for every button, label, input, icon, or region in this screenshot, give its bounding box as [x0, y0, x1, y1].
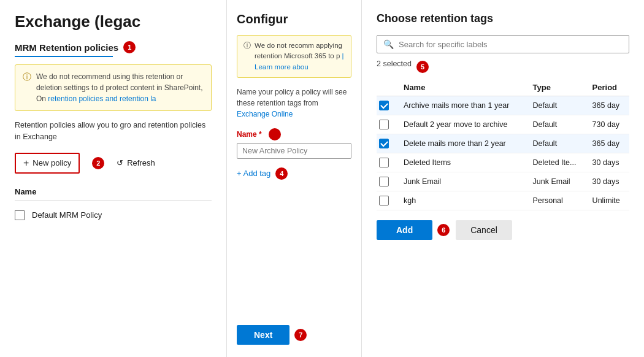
badge-4: 4 — [275, 167, 288, 180]
warning-text-left: We do not recommend using this retention… — [36, 71, 204, 104]
right-panel: Choose retention tags 🔍 2 selected 5 Nam… — [362, 0, 644, 357]
badge-3: 3 — [269, 128, 281, 140]
name-field-label: Name * 3 — [237, 128, 351, 140]
row-name: Junk Email — [399, 172, 528, 191]
refresh-button[interactable]: ↺ Refresh — [117, 158, 155, 167]
new-policy-label: New policy — [33, 158, 71, 167]
name-input[interactable] — [237, 143, 351, 159]
row-name: kgh — [399, 191, 528, 210]
badge-1: 1 — [123, 41, 136, 53]
info-icon: ⓘ — [23, 72, 31, 104]
table-row: kghPersonalUnlimite — [377, 191, 629, 210]
row-period: 365 day — [588, 134, 629, 153]
policy-checkbox[interactable] — [15, 210, 25, 220]
section-underline — [15, 56, 113, 57]
row-checkbox[interactable] — [379, 177, 389, 186]
row-period: 30 days — [588, 153, 629, 172]
warning-box-left: ⓘ We do not recommend using this retenti… — [15, 64, 212, 111]
middle-panel: Configur ⓘ We do not recomm applying ret… — [227, 0, 362, 357]
row-checkbox[interactable] — [379, 196, 389, 205]
col-name: Name — [399, 79, 528, 96]
right-bottom-actions: Add 6 Cancel — [377, 220, 629, 240]
configure-title: Configur — [237, 12, 351, 26]
row-name: Archive mails more than 1 year — [399, 96, 528, 115]
badge-2: 2 — [92, 157, 104, 169]
section-header: MRM Retention policies 1 — [15, 41, 212, 53]
policy-name: Default MRM Policy — [32, 210, 102, 220]
table-header-row: Name Type Period — [377, 79, 629, 96]
table-row: Default 2 year move to archiveDefault730… — [377, 115, 629, 134]
row-period: 365 day — [588, 96, 629, 115]
col-checkbox — [377, 79, 399, 96]
info-icon-mid: ⓘ — [243, 40, 251, 72]
search-bar: 🔍 — [377, 35, 629, 53]
section-label: MRM Retention policies — [15, 42, 118, 53]
new-policy-button[interactable]: + New policy — [15, 153, 80, 174]
row-type: Personal — [528, 191, 588, 210]
table-col-name: Name — [15, 183, 212, 201]
col-period: Period — [588, 79, 629, 96]
col-type: Type — [528, 79, 588, 96]
warning-text-mid: We do not recomm applying retention Micr… — [255, 40, 345, 72]
search-icon: 🔍 — [383, 39, 394, 49]
refresh-icon: ↺ — [117, 158, 123, 167]
mid-bottom: Next 7 — [237, 325, 307, 345]
selected-count: 2 selected — [377, 60, 412, 68]
choose-tags-title: Choose retention tags — [377, 12, 629, 25]
refresh-label: Refresh — [127, 158, 155, 167]
row-type: Default — [528, 115, 588, 134]
table-row: Archive mails more than 1 yearDefault365… — [377, 96, 629, 115]
desc-text-left: Retention policies allow you to gro and … — [15, 120, 212, 143]
action-row: + New policy 2 ↺ Refresh — [15, 153, 212, 174]
badge-5: 5 — [416, 61, 429, 73]
row-period: Unlimite — [588, 191, 629, 210]
row-name: Default 2 year move to archive — [399, 115, 528, 134]
mid-desc: Name your policy a policy will see these… — [237, 86, 351, 120]
row-type: Deleted Ite... — [528, 153, 588, 172]
badge-7: 7 — [294, 329, 307, 341]
row-type: Default — [528, 96, 588, 115]
add-tag-button[interactable]: + Add tag — [237, 169, 270, 178]
table-row: Junk EmailJunk Email30 days — [377, 172, 629, 191]
page-title: Exchange (legac — [15, 12, 212, 31]
tags-table: Name Type Period Archive mails more than… — [377, 79, 629, 210]
row-checkbox[interactable] — [379, 139, 389, 148]
left-panel: Exchange (legac MRM Retention policies 1… — [0, 0, 227, 357]
warning-box-mid: ⓘ We do not recomm applying retention Mi… — [237, 35, 351, 78]
row-period: 730 day — [588, 115, 629, 134]
warning-link-left[interactable]: retention policies and retention la — [48, 94, 156, 103]
row-name: Delete mails more than 2 year — [399, 134, 528, 153]
row-type: Default — [528, 134, 588, 153]
policy-row: Default MRM Policy — [15, 205, 212, 225]
exchange-online-link[interactable]: Exchange Online — [237, 110, 293, 118]
table-row: Delete mails more than 2 yearDefault365 … — [377, 134, 629, 153]
row-name: Deleted Items — [399, 153, 528, 172]
next-button[interactable]: Next — [237, 325, 289, 345]
cancel-button[interactable]: Cancel — [456, 220, 512, 240]
row-checkbox[interactable] — [379, 120, 389, 129]
search-input[interactable] — [399, 40, 623, 49]
row-checkbox[interactable] — [379, 158, 389, 167]
add-tag-label: + Add tag — [237, 169, 270, 178]
row-type: Junk Email — [528, 172, 588, 191]
table-row: Deleted ItemsDeleted Ite...30 days — [377, 153, 629, 172]
row-checkbox[interactable] — [379, 101, 389, 110]
add-button[interactable]: Add — [377, 220, 432, 240]
row-period: 30 days — [588, 172, 629, 191]
plus-icon: + — [23, 158, 29, 169]
badge-6: 6 — [437, 224, 450, 236]
